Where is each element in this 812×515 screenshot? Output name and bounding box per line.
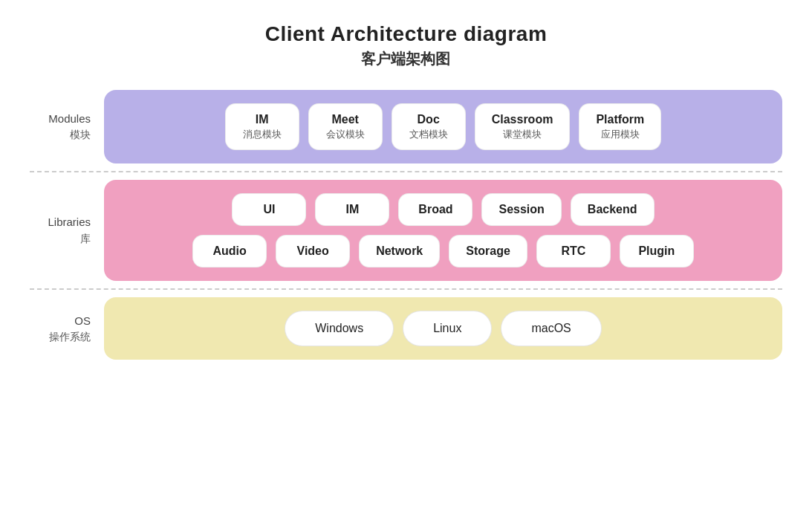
item-pill-broad: Broad [398,193,472,226]
item-pill-network: Network [359,235,440,268]
os-pill-linux: Linux [403,311,492,346]
item-pill-rtc: RTC [536,235,611,268]
os-pill-macos: macOS [501,311,601,346]
title-en: Client Architecture diagram [265,22,548,46]
items-row-modules-0: IM消息模块Meet会议模块Doc文档模块Classroom课堂模块Platfo… [119,103,767,150]
item-pill-im: IM消息模块 [225,103,299,150]
title-cn: 客户端架构图 [265,49,548,69]
item-pill-platform: Platform应用模块 [579,103,661,150]
layer-divider [30,171,782,172]
layer-row-modules: Modules模块IM消息模块Meet会议模块Doc文档模块Classroom课… [30,90,782,163]
item-pill-im: IM [315,193,389,226]
item-pill-doc: Doc文档模块 [392,103,466,150]
os-pill-windows: Windows [285,311,394,346]
item-pill-audio: Audio [192,235,267,268]
items-row-os-0: WindowsLinuxmacOS [119,311,767,346]
items-row-libraries-1: AudioVideoNetworkStorageRTCPlugin [119,235,767,268]
layer-label-os: OS操作系统 [30,313,104,346]
layer-label-libraries: Libraries库 [30,214,104,247]
item-pill-video: Video [276,235,350,268]
item-pill-storage: Storage [449,235,527,268]
item-pill-meet: Meet会议模块 [308,103,383,150]
item-pill-backend: Backend [571,193,655,226]
items-row-libraries-0: UIIMBroadSessionBackend [119,193,767,226]
title-section: Client Architecture diagram 客户端架构图 [265,22,548,69]
item-pill-session: Session [481,193,561,226]
item-pill-ui: UI [232,193,306,226]
layer-row-libraries: Libraries库UIIMBroadSessionBackendAudioVi… [30,180,782,282]
architecture-diagram: Modules模块IM消息模块Meet会议模块Doc文档模块Classroom课… [30,90,782,360]
layer-box-modules: IM消息模块Meet会议模块Doc文档模块Classroom课堂模块Platfo… [104,90,782,163]
layer-label-modules: Modules模块 [30,111,104,143]
layer-divider [30,288,782,290]
item-pill-plugin: Plugin [620,235,694,268]
layer-row-os: OS操作系统WindowsLinuxmacOS [30,297,782,360]
item-pill-classroom: Classroom课堂模块 [475,103,571,150]
layer-box-libraries: UIIMBroadSessionBackendAudioVideoNetwork… [104,180,782,282]
layer-box-os: WindowsLinuxmacOS [104,297,782,360]
